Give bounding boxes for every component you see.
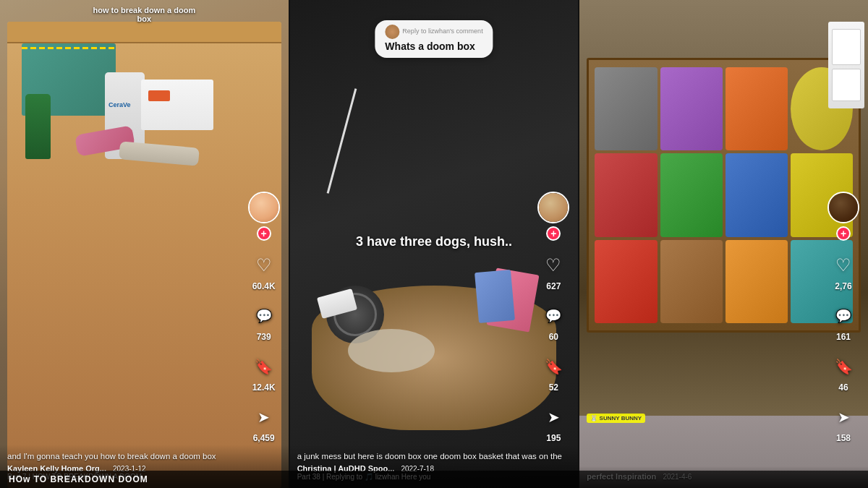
comment-button-3[interactable]: 💬 161 <box>829 301 858 342</box>
follow-button-2[interactable]: + <box>546 226 561 241</box>
panel-1-actions: + ♡ 60.4K 💬 739 🔖 12.4K ➤ 6,459 <box>248 192 280 443</box>
video-subtitle: 3 have three dogs, hush.. <box>356 234 512 249</box>
comment-count-3: 161 <box>836 332 851 342</box>
bookmark-icon-3: 🔖 <box>829 352 858 381</box>
bookmark-count-2: 52 <box>549 382 558 393</box>
bookmark-button[interactable]: 🔖 12.4K <box>250 352 278 393</box>
comment-button-2[interactable]: 💬 60 <box>539 301 568 342</box>
divider-2 <box>578 0 579 488</box>
comment-reply-label: Reply to lizwhan's comment <box>402 27 482 35</box>
toy-elephant <box>595 67 657 150</box>
box-contents <box>18 36 271 488</box>
share-icon-2: ➤ <box>539 403 568 432</box>
share-count: 6,459 <box>253 433 275 443</box>
share-icon: ➤ <box>250 403 278 432</box>
bookmark-count-3: 46 <box>838 382 848 393</box>
white-organizer <box>828 22 864 108</box>
share-count-3: 158 <box>836 433 851 443</box>
heart-icon: ♡ <box>250 251 278 280</box>
share-button-2[interactable]: ➤ 195 <box>539 403 568 443</box>
avatar-face-3 <box>829 193 858 222</box>
avatar-face-2 <box>539 193 568 222</box>
comment-icon-3: 💬 <box>829 301 858 330</box>
heart-icon-2: ♡ <box>539 251 568 280</box>
panel-3: 🐰 SUNNY BUNNY + ♡ 2,76 💬 161 🔖 46 ➤ 158 … <box>579 0 868 488</box>
toy-colorful <box>726 67 788 150</box>
panel-2-description: a junk mess but here is doom box one doo… <box>297 450 571 462</box>
toy-red <box>595 240 657 323</box>
avatar-face <box>250 193 278 222</box>
toy-brown <box>660 240 723 323</box>
drawer-contents <box>595 67 853 323</box>
comment-count-2: 60 <box>549 332 558 342</box>
toy-drawer <box>587 58 861 333</box>
like-count-2: 627 <box>546 281 561 291</box>
bookmark-count: 12.4K <box>252 382 276 393</box>
share-count-2: 195 <box>546 433 561 443</box>
panel-2-avatar[interactable] <box>537 192 569 223</box>
panel-3-avatar[interactable] <box>827 192 859 223</box>
basket-container <box>348 329 435 372</box>
heart-icon-3: ♡ <box>829 251 858 280</box>
panel-1: how to break down a doom box + ♡ 60.4K 💬… <box>0 0 289 488</box>
bottom-bar-label: HOw TO BREAKDOWN DOOM <box>9 474 148 484</box>
tube-item <box>119 141 200 166</box>
comment-text: Whats a doom box <box>385 40 482 52</box>
sunny-bunny-watermark: 🐰 SUNNY BUNNY <box>587 414 645 423</box>
toy-scissors <box>595 153 657 236</box>
bookmark-icon: 🔖 <box>250 352 278 381</box>
like-button[interactable]: ♡ 60.4K <box>250 251 278 291</box>
blue-book <box>475 270 515 323</box>
panel-2: Reply to lizwhan's comment Whats a doom … <box>290 0 579 488</box>
like-button-3[interactable]: ♡ 2,76 <box>829 251 858 291</box>
comment-button[interactable]: 💬 739 <box>250 301 278 342</box>
like-button-2[interactable]: ♡ 627 <box>539 251 568 291</box>
panel-1-description: and I'm gonna teach you how to break dow… <box>7 450 281 462</box>
panel-3-actions: + ♡ 2,76 💬 161 🔖 46 ➤ 158 <box>827 192 859 443</box>
bookmark-button-2[interactable]: 🔖 52 <box>539 352 568 393</box>
like-count: 60.4K <box>252 281 276 291</box>
toy-purple <box>660 67 723 150</box>
share-button[interactable]: ➤ 6,459 <box>250 403 278 443</box>
bookmark-icon-2: 🔖 <box>539 352 568 381</box>
panel-1-top-caption: how to break down a doom box <box>93 6 195 23</box>
comment-icon: 💬 <box>250 301 278 330</box>
green-can-item <box>25 94 51 159</box>
share-icon-3: ➤ <box>829 403 858 432</box>
like-count-3: 2,76 <box>835 281 851 291</box>
bookmark-button-3[interactable]: 🔖 46 <box>829 352 858 393</box>
bottom-bar: HOw TO BREAKDOWN DOOM <box>0 471 868 488</box>
comment-bubble: Reply to lizwhan's comment Whats a doom … <box>375 20 493 58</box>
panel-1-avatar[interactable] <box>248 192 280 223</box>
toy-orange <box>726 240 788 323</box>
panel-2-actions: + ♡ 627 💬 60 🔖 52 ➤ 195 <box>537 192 569 443</box>
commenter-avatar <box>385 25 399 39</box>
toy-green <box>660 153 723 236</box>
follow-button-3[interactable]: + <box>836 226 851 241</box>
divider-1 <box>289 0 290 488</box>
comment-icon-2: 💬 <box>539 301 568 330</box>
cardboard-box <box>7 22 281 488</box>
toy-blue <box>726 153 788 236</box>
white-box-item <box>141 80 213 130</box>
follow-button[interactable]: + <box>257 226 271 241</box>
comment-count: 739 <box>257 332 271 342</box>
share-button-3[interactable]: ➤ 158 <box>829 403 858 443</box>
